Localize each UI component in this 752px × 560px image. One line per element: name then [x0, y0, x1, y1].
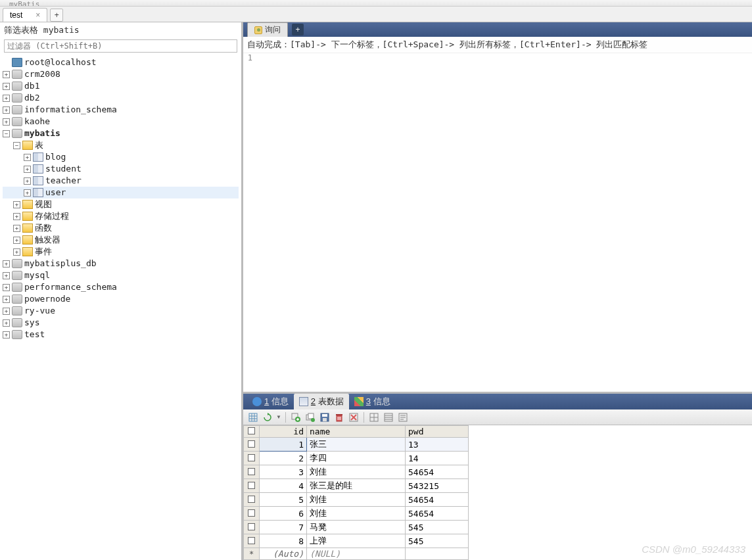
view-form-icon[interactable]	[383, 411, 394, 423]
col-id-header[interactable]: id	[260, 426, 307, 438]
expander-icon[interactable]: +	[3, 272, 10, 279]
filter-input[interactable]	[4, 39, 237, 53]
sql-editor[interactable]: 1	[243, 53, 752, 394]
table-row[interactable]: 4张三是的哇543215	[244, 479, 469, 493]
result-tab-table-data[interactable]: 2 表数据	[294, 394, 349, 409]
table-row[interactable]: 5刘佳54654	[244, 493, 469, 507]
data-grid[interactable]: idnamepwd1张三132李四143刘佳546544张三是的哇5432155…	[243, 425, 752, 560]
result-tab-info[interactable]: 1 信息	[247, 394, 294, 409]
expander-icon[interactable]: +	[3, 106, 10, 114]
autocomplete-hint: 自动完成：[Tab]-> 下一个标签，[Ctrl+Space]-> 列出所有标签…	[243, 37, 752, 53]
tree-label: user	[45, 187, 66, 198]
tree-label: test	[24, 329, 45, 340]
add-tab-button[interactable]: +	[50, 9, 63, 22]
tree-label: root@localhost	[24, 57, 97, 68]
table-row[interactable]: 1张三13	[244, 438, 469, 452]
document-tab[interactable]: test ×	[3, 8, 47, 22]
tree-label: 表	[35, 139, 43, 151]
expander-icon[interactable]: +	[3, 260, 10, 268]
tree-row[interactable]: +student	[3, 163, 239, 175]
table-icon	[33, 152, 43, 162]
tree-row[interactable]: +存储过程	[3, 210, 239, 222]
tree-row[interactable]: +db2	[3, 92, 239, 104]
tree-row[interactable]: +ry-vue	[3, 305, 239, 317]
grid-icon[interactable]	[247, 411, 259, 423]
query-tab-strip: 询问 +	[243, 22, 752, 37]
expander-icon[interactable]: +	[3, 95, 10, 102]
tree-row[interactable]: +db1	[3, 80, 239, 92]
tree-row[interactable]: +user	[3, 187, 239, 198]
expander-icon[interactable]: +	[24, 177, 31, 185]
expander-icon[interactable]: +	[3, 296, 10, 303]
chart-icon	[354, 397, 364, 406]
expander-icon[interactable]: +	[3, 319, 10, 327]
add-query-tab-button[interactable]: +	[292, 24, 304, 35]
tree-row[interactable]: +函数	[3, 222, 239, 234]
tree-row[interactable]: +mysql	[3, 269, 239, 281]
save-icon[interactable]	[319, 411, 331, 423]
query-tab[interactable]: 询问	[247, 22, 288, 37]
expander-icon[interactable]: +	[24, 166, 31, 173]
tree-row[interactable]: +kaohe	[3, 116, 239, 128]
view-grid-icon[interactable]	[368, 411, 380, 423]
table-row[interactable]: 3刘佳54654	[244, 465, 469, 479]
tree-row[interactable]: +sys	[3, 317, 239, 329]
expander-icon[interactable]: +	[3, 118, 10, 126]
table-row[interactable]: 7马凳545	[244, 521, 469, 534]
col-marker[interactable]	[244, 426, 260, 438]
expander-icon[interactable]: +	[13, 225, 20, 232]
tree-row[interactable]: +test	[3, 329, 239, 340]
schema-tree[interactable]: root@localhost+crm2008+db1+db2+informati…	[0, 55, 241, 560]
delete-row-icon[interactable]	[333, 411, 345, 423]
col-pwd-header[interactable]: pwd	[406, 426, 469, 438]
expander-icon[interactable]: +	[3, 71, 10, 78]
result-tab-info-2[interactable]: 3 信息	[349, 394, 396, 409]
expander-icon[interactable]: +	[24, 189, 31, 197]
tree-row[interactable]: +mybatisplus_db	[3, 258, 239, 269]
document-tab-strip: test × +	[0, 7, 752, 22]
tree-row[interactable]: −mybatis	[3, 128, 239, 139]
tree-row[interactable]: +information_schema	[3, 104, 239, 116]
expander-icon[interactable]: −	[3, 130, 10, 137]
add-row-icon[interactable]	[290, 411, 302, 423]
duplicate-row-icon[interactable]	[304, 411, 316, 423]
tree-row[interactable]: +视图	[3, 198, 239, 210]
tree-row[interactable]: −表	[3, 139, 239, 151]
tree-row[interactable]: +blog	[3, 151, 239, 163]
close-icon[interactable]: ×	[35, 11, 40, 20]
db-icon	[12, 259, 22, 268]
table-icon	[33, 176, 43, 185]
expander-icon[interactable]: +	[24, 154, 31, 161]
expander-icon[interactable]: +	[3, 308, 10, 315]
expander-icon[interactable]: +	[13, 237, 20, 244]
info-icon	[252, 397, 262, 406]
tree-label: mybatisplus_db	[24, 258, 97, 269]
db-icon	[12, 70, 22, 79]
expander-icon[interactable]: +	[13, 213, 20, 220]
expander-icon[interactable]: +	[13, 248, 20, 256]
tree-label: db1	[24, 80, 39, 92]
tree-row[interactable]: root@localhost	[3, 57, 239, 68]
tree-row[interactable]: +crm2008	[3, 68, 239, 80]
table-row[interactable]: 8上弹545	[244, 534, 469, 548]
svg-rect-11	[308, 413, 314, 419]
tree-label: powernode	[24, 293, 70, 305]
refresh-icon[interactable]	[262, 411, 273, 423]
tree-row[interactable]: +performance_schema	[3, 281, 239, 293]
table-row[interactable]: 2李四14	[244, 452, 469, 465]
db-icon	[12, 105, 22, 114]
tree-row[interactable]: +事件	[3, 246, 239, 258]
table-new-row[interactable]: *(Auto)(NULL)	[244, 548, 469, 560]
expander-icon[interactable]: −	[13, 142, 20, 149]
expander-icon[interactable]: +	[3, 331, 10, 338]
cancel-icon[interactable]	[348, 411, 360, 423]
col-name-header[interactable]: name	[307, 426, 406, 438]
expander-icon[interactable]: +	[3, 284, 10, 291]
view-text-icon[interactable]	[397, 411, 409, 423]
expander-icon[interactable]: +	[3, 83, 10, 90]
tree-row[interactable]: +powernode	[3, 293, 239, 305]
tree-row[interactable]: +触发器	[3, 234, 239, 246]
expander-icon[interactable]: +	[13, 201, 20, 208]
tree-row[interactable]: +teacher	[3, 175, 239, 187]
table-row[interactable]: 6刘佳54654	[244, 507, 469, 521]
